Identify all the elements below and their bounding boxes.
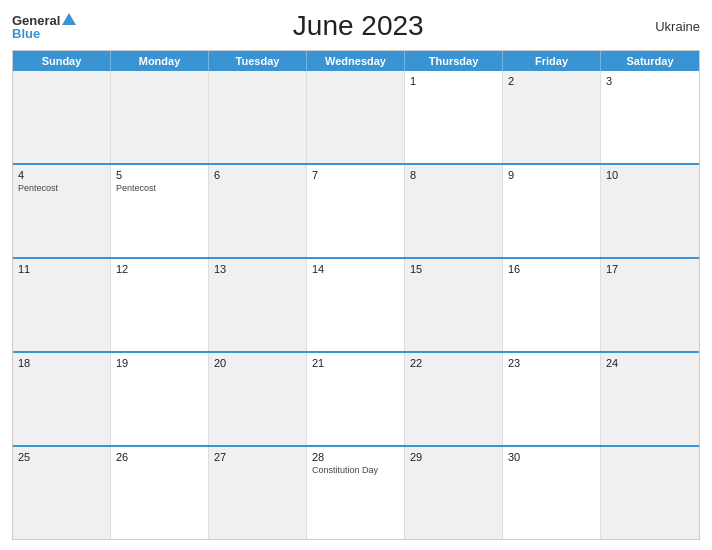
page-header: General Blue June 2023 Ukraine (12, 10, 700, 42)
day-cell-20: 20 (209, 353, 307, 445)
day-event: Pentecost (18, 183, 105, 193)
header-sunday: Sunday (13, 51, 111, 71)
day-cell-15: 15 (405, 259, 503, 351)
day-number: 16 (508, 263, 595, 275)
day-number: 7 (312, 169, 399, 181)
day-cell-30: 30 (503, 447, 601, 539)
day-number: 14 (312, 263, 399, 275)
week-4: 18 19 20 21 22 23 24 (13, 351, 699, 445)
logo-block: General Blue (12, 13, 76, 40)
day-cell-4: 4 Pentecost (13, 165, 111, 257)
day-cell-10: 10 (601, 165, 699, 257)
day-cell-17: 17 (601, 259, 699, 351)
day-headers-row: Sunday Monday Tuesday Wednesday Thursday… (13, 51, 699, 71)
day-cell-18: 18 (13, 353, 111, 445)
day-cell-19: 19 (111, 353, 209, 445)
day-cell-24: 24 (601, 353, 699, 445)
day-cell-27: 27 (209, 447, 307, 539)
week-3: 11 12 13 14 15 16 17 (13, 257, 699, 351)
day-cell-26: 26 (111, 447, 209, 539)
calendar-grid: Sunday Monday Tuesday Wednesday Thursday… (12, 50, 700, 540)
week-5: 25 26 27 28 Constitution Day 29 30 (13, 445, 699, 539)
day-number: 23 (508, 357, 595, 369)
country-label: Ukraine (640, 19, 700, 34)
header-tuesday: Tuesday (209, 51, 307, 71)
day-number: 6 (214, 169, 301, 181)
day-event-constitution: Constitution Day (312, 465, 399, 475)
day-number: 29 (410, 451, 497, 463)
logo: General Blue (12, 13, 76, 40)
header-monday: Monday (111, 51, 209, 71)
day-number: 4 (18, 169, 105, 181)
day-cell-22: 22 (405, 353, 503, 445)
day-number: 30 (508, 451, 595, 463)
day-number: 9 (508, 169, 595, 181)
header-saturday: Saturday (601, 51, 699, 71)
day-event: Pentecost (116, 183, 203, 193)
day-number: 1 (410, 75, 497, 87)
day-cell-8: 8 (405, 165, 503, 257)
calendar-page: General Blue June 2023 Ukraine Sunday Mo… (0, 0, 712, 550)
day-cell-empty (601, 447, 699, 539)
day-cell-12: 12 (111, 259, 209, 351)
day-cell (209, 71, 307, 163)
logo-triangle-icon (62, 13, 76, 25)
day-cell-29: 29 (405, 447, 503, 539)
day-number: 18 (18, 357, 105, 369)
day-cell-11: 11 (13, 259, 111, 351)
header-wednesday: Wednesday (307, 51, 405, 71)
day-cell-16: 16 (503, 259, 601, 351)
week-2: 4 Pentecost 5 Pentecost 6 7 8 9 (13, 163, 699, 257)
day-cell-21: 21 (307, 353, 405, 445)
day-cell (307, 71, 405, 163)
day-cell-25: 25 (13, 447, 111, 539)
header-friday: Friday (503, 51, 601, 71)
logo-general-text: General (12, 14, 60, 27)
day-number: 19 (116, 357, 203, 369)
day-number: 25 (18, 451, 105, 463)
day-number: 26 (116, 451, 203, 463)
day-cell-13: 13 (209, 259, 307, 351)
day-cell-6: 6 (209, 165, 307, 257)
day-cell (13, 71, 111, 163)
day-cell-3: 3 (601, 71, 699, 163)
calendar-title: June 2023 (76, 10, 640, 42)
day-number: 15 (410, 263, 497, 275)
day-cell-2: 2 (503, 71, 601, 163)
day-number: 11 (18, 263, 105, 275)
day-number: 12 (116, 263, 203, 275)
day-number: 17 (606, 263, 694, 275)
day-cell (111, 71, 209, 163)
weeks-container: 1 2 3 4 Pentecost 5 Pentecost (13, 71, 699, 539)
day-cell-14: 14 (307, 259, 405, 351)
day-number: 21 (312, 357, 399, 369)
day-number: 24 (606, 357, 694, 369)
day-cell-9: 9 (503, 165, 601, 257)
day-number: 13 (214, 263, 301, 275)
day-number: 8 (410, 169, 497, 181)
day-cell-1: 1 (405, 71, 503, 163)
logo-blue-text: Blue (12, 27, 76, 40)
day-number: 28 (312, 451, 399, 463)
day-cell-23: 23 (503, 353, 601, 445)
day-number: 22 (410, 357, 497, 369)
day-number: 2 (508, 75, 595, 87)
day-cell-7: 7 (307, 165, 405, 257)
day-cell-5: 5 Pentecost (111, 165, 209, 257)
day-number: 27 (214, 451, 301, 463)
day-cell-28: 28 Constitution Day (307, 447, 405, 539)
day-number: 3 (606, 75, 694, 87)
day-number: 5 (116, 169, 203, 181)
day-number: 10 (606, 169, 694, 181)
header-thursday: Thursday (405, 51, 503, 71)
day-number: 20 (214, 357, 301, 369)
week-1: 1 2 3 (13, 71, 699, 163)
